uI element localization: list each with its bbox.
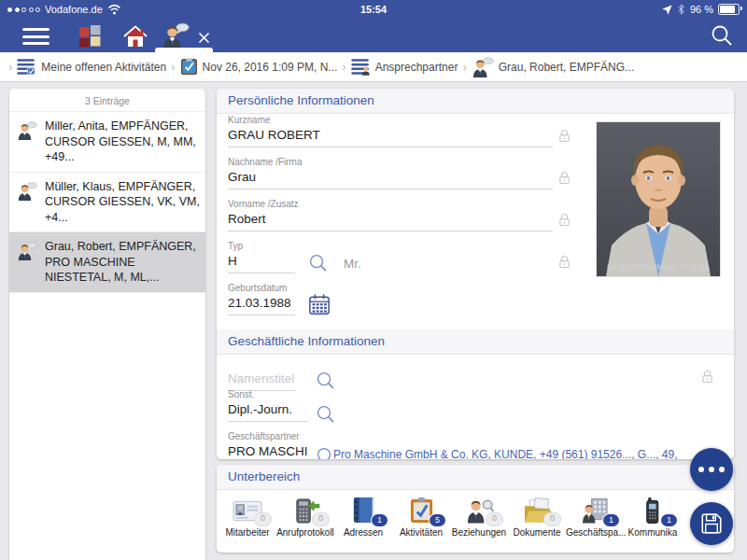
field-kurzname: Kurzname GRAU ROBERT <box>228 115 583 157</box>
breadcrumb-item-activity[interactable]: Nov 26, 2016 1:09 PM, N... <box>180 58 338 76</box>
subarea-label: Geschäftspa... <box>566 527 624 538</box>
list-item-label: Miller, Anita, EMPFÄNGER, CURSOR GIESSEN… <box>45 119 201 165</box>
contact-tab[interactable] <box>162 22 190 49</box>
lock-icon <box>699 369 715 385</box>
contact-icon <box>17 182 37 201</box>
lock-icon <box>557 170 572 186</box>
nav-bar <box>0 19 747 52</box>
typ-input[interactable]: H <box>228 254 237 268</box>
breadcrumb-label: Meine offenen Aktivitäten <box>41 61 166 74</box>
calendar-icon[interactable] <box>308 293 331 315</box>
subarea-label: Anrufprotokoll <box>276 527 334 538</box>
list-item-miller[interactable]: Miller, Anita, EMPFÄNGER, CURSOR GIESSEN… <box>9 111 205 172</box>
field-typ: Typ H Mr. <box>228 241 583 283</box>
chevron-right-icon: › <box>462 60 466 74</box>
count-badge: 5 <box>430 514 445 526</box>
count-badge: 0 <box>254 512 272 526</box>
subarea-dokumente[interactable]: 0 Dokumente <box>508 495 566 538</box>
home-tab[interactable] <box>123 25 148 48</box>
vorname-input[interactable]: Robert <box>228 212 266 226</box>
chevron-right-icon: › <box>342 60 345 74</box>
subarea-kommunikation[interactable]: 1 Kommunika <box>624 495 682 538</box>
lock-icon <box>557 128 572 144</box>
subarea-mitarbeiter[interactable]: 0 Mitarbeiter <box>218 495 276 538</box>
contact-detail-panel: Persönliche Informationen Kurzname GRAU … <box>217 89 734 459</box>
section-header-business: Geschäftliche Informationen <box>217 329 734 355</box>
lock-icon <box>557 254 572 270</box>
more-actions-button[interactable] <box>690 448 733 491</box>
count-badge: 0 <box>312 512 330 526</box>
bluetooth-icon <box>677 4 685 15</box>
partner-record-link[interactable]: Pro Maschine GmbH & Co. KG, KUNDE, +49 (… <box>333 448 679 459</box>
subarea-adressen[interactable]: 1 Adressen <box>334 495 392 538</box>
mobile-phone-icon <box>644 497 661 524</box>
subarea-anrufprotokoll[interactable]: 0 Anrufprotokoll <box>276 495 334 538</box>
floppy-disk-icon <box>699 511 724 536</box>
subarea-geschaeftspartner[interactable]: 1 Geschäftspa... <box>566 495 624 538</box>
search-icon[interactable] <box>710 23 734 48</box>
field-label: Geschäftspartner <box>228 431 723 441</box>
list-item-label: Müller, Klaus, EMPFÄNGER, CURSOR GIESSEN… <box>45 179 201 226</box>
count-badge: 0 <box>543 512 561 526</box>
lock-icon <box>557 212 572 228</box>
sonst-input[interactable]: Dipl.-Journ. <box>228 402 308 422</box>
chevron-right-icon: › <box>8 60 12 74</box>
namenstitel-input[interactable]: Namenstitel <box>228 371 295 391</box>
close-tab-icon[interactable] <box>198 32 210 44</box>
status-bar: Vodafone.de 15:54 96 % <box>0 0 747 19</box>
field-namenstitel: Namenstitel <box>228 369 723 391</box>
list-check-icon <box>17 58 36 76</box>
breadcrumb-label: Grau, Robert, EMPFÄNG... <box>499 61 634 74</box>
breadcrumb-item-activities-list[interactable]: Meine offenen Aktivitäten <box>17 58 166 76</box>
section-header-personal: Persönliche Informationen <box>217 89 734 114</box>
breadcrumb-label: Nov 26, 2016 1:09 PM, N... <box>203 61 338 74</box>
battery-percent-label: 96 % <box>690 4 713 15</box>
field-label: Sonst. <box>228 389 723 399</box>
contact-photo[interactable]: ©contrastwerkstatt - Fotolia <box>596 121 721 277</box>
breadcrumb: › Meine offenen Aktivitäten › Nov 26, 20… <box>0 52 747 82</box>
task-check-icon <box>180 58 198 76</box>
field-geschaeftspartner: Geschäftspartner PRO MASCHI Pro Maschine… <box>228 431 723 459</box>
sonst-lookup-icon[interactable] <box>316 404 335 424</box>
list-item-grau-selected[interactable]: Grau, Robert, EMPFÄNGER, PRO MASCHINE NI… <box>9 231 205 292</box>
apps-grid-tab[interactable] <box>78 24 102 48</box>
geburtsdatum-input[interactable]: 21.03.1988 <box>228 296 291 310</box>
field-vorname: Vorname /Zusatz Robert <box>228 199 583 241</box>
breadcrumb-item-contacts-list[interactable]: Ansprechpartner <box>351 58 458 76</box>
partner-lookup-icon[interactable] <box>316 446 335 459</box>
typ-lookup-icon[interactable] <box>308 253 328 273</box>
subarea-label: Mitarbeiter <box>218 527 276 538</box>
subarea-label: Dokumente <box>508 527 566 538</box>
subarea-label: Beziehungen <box>450 527 508 538</box>
count-badge: 1 <box>603 514 619 526</box>
contact-icon <box>17 242 37 260</box>
geschaeftspartner-input[interactable]: PRO MASCHI <box>228 444 308 459</box>
subarea-aktivitaeten[interactable]: 5 Aktivitäten <box>392 495 450 538</box>
count-badge: 1 <box>372 514 388 526</box>
photo-credit-watermark: ©contrastwerkstatt - Fotolia <box>607 262 710 272</box>
result-count-label: 3 Einträge <box>9 89 205 111</box>
section-header-subarea: Unterbereich <box>217 465 734 490</box>
kurzname-input[interactable]: GRAU ROBERT <box>228 128 320 142</box>
field-sonst: Sonst. Dipl.-Journ. <box>228 389 723 422</box>
contact-icon <box>472 57 494 77</box>
namenstitel-lookup-icon[interactable] <box>316 371 335 390</box>
nachname-input[interactable]: Grau <box>228 170 256 184</box>
typ-display-value: Mr. <box>344 257 361 271</box>
field-label: Typ <box>228 241 583 251</box>
field-nachname: Nachname /Firma Grau <box>228 157 583 199</box>
chevron-right-icon: › <box>171 60 175 74</box>
list-item-mueller[interactable]: Müller, Klaus, EMPFÄNGER, CURSOR GIESSEN… <box>9 172 205 232</box>
subarea-label: Adressen <box>334 527 392 538</box>
battery-icon <box>718 4 740 15</box>
field-geburtsdatum: Geburtsdatum 21.03.1988 <box>228 283 583 325</box>
breadcrumb-item-contact[interactable]: Grau, Robert, EMPFÄNG... <box>472 57 634 77</box>
subarea-label: Aktivitäten <box>392 527 450 538</box>
result-list-panel: 3 Einträge Miller, Anita, EMPFÄNGER, CUR… <box>9 89 205 560</box>
save-button[interactable] <box>690 502 733 545</box>
subarea-beziehungen[interactable]: 0 Beziehungen <box>450 495 508 538</box>
subarea-label: Kommunika <box>624 527 682 538</box>
field-label: Geburtsdatum <box>228 283 583 293</box>
menu-button[interactable] <box>22 28 49 49</box>
field-label: Nachname /Firma <box>228 157 583 167</box>
